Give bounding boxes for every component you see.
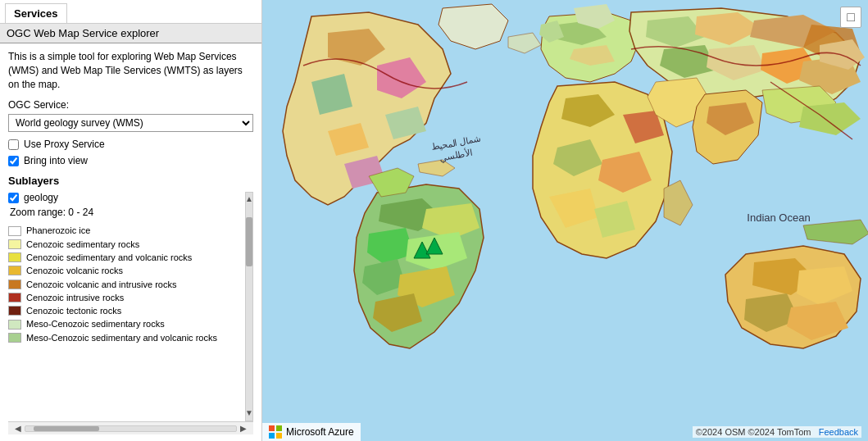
service-select[interactable]: World geology survey (WMS) OpenStreetMap… bbox=[8, 114, 253, 132]
h-scroll-track[interactable] bbox=[25, 425, 237, 432]
legend-label: Cenozoic sedimentary rocks bbox=[26, 239, 139, 250]
use-proxy-row: Use Proxy Service bbox=[8, 139, 253, 150]
legend-list: Phanerozoic iceCenozoic sedimentary rock… bbox=[8, 225, 243, 343]
legend-swatch bbox=[8, 266, 21, 275]
legend-label: Meso-Cenozoic sedimentary and volcanic r… bbox=[26, 332, 217, 343]
sublayer-list-container[interactable]: geology Zoom range: 0 - 24 Phanerozoic i… bbox=[8, 192, 245, 421]
sublayer-panel: geology Zoom range: 0 - 24 Phanerozoic i… bbox=[8, 192, 253, 421]
service-select-row: World geology survey (WMS) OpenStreetMap… bbox=[8, 114, 253, 132]
map-attribution: ©2024 OSM ©2024 TomTom Feedback bbox=[693, 426, 861, 438]
zoom-icon: □ bbox=[847, 10, 855, 25]
h-scroll-thumb[interactable] bbox=[34, 426, 99, 431]
legend-item: Cenozoic intrusive rocks bbox=[8, 292, 243, 303]
scroll-left-arrow[interactable]: ◀ bbox=[11, 424, 25, 433]
attribution-text: ©2024 OSM ©2024 TomTom bbox=[696, 427, 811, 437]
legend-label: Phanerozoic ice bbox=[26, 225, 90, 236]
tab-bar: Services bbox=[0, 0, 261, 24]
use-proxy-checkbox[interactable] bbox=[8, 139, 19, 150]
legend-swatch bbox=[8, 293, 21, 302]
legend-item: Meso-Cenozoic sedimentary and volcanic r… bbox=[8, 332, 243, 343]
ms-azure-bar: Microsoft Azure bbox=[262, 423, 361, 441]
legend-swatch bbox=[8, 280, 21, 289]
map-container[interactable]: شمال المحيط الأطلسي Indian Ocean □ Micro… bbox=[262, 0, 868, 441]
legend-swatch bbox=[8, 239, 21, 249]
bring-into-view-checkbox[interactable] bbox=[8, 156, 19, 166]
legend-swatch bbox=[8, 306, 21, 316]
zoom-button[interactable]: □ bbox=[840, 7, 861, 28]
tab-services[interactable]: Services bbox=[5, 3, 67, 23]
ms-azure-label: Microsoft Azure bbox=[286, 426, 354, 438]
legend-item: Cenozoic tectonic rocks bbox=[8, 305, 243, 316]
sublayers-header: Sublayers bbox=[8, 175, 253, 187]
sidebar-content: This is a simple tool for exploring Web … bbox=[0, 43, 261, 441]
feedback-link[interactable]: Feedback bbox=[819, 427, 858, 437]
bring-into-view-label[interactable]: Bring into view bbox=[24, 155, 88, 166]
legend-item: Cenozoic sedimentary and volcanic rocks bbox=[8, 252, 243, 263]
sublayer-item: geology bbox=[8, 192, 243, 203]
svg-rect-8 bbox=[269, 433, 275, 439]
vertical-scrollbar[interactable]: ▲ ▼ bbox=[245, 192, 253, 421]
sidebar-title: OGC Web Map Service explorer bbox=[7, 27, 159, 39]
legend-swatch bbox=[8, 226, 21, 236]
zoom-range: Zoom range: 0 - 24 bbox=[10, 207, 243, 218]
legend-label: Cenozoic sedimentary and volcanic rocks bbox=[26, 252, 192, 263]
sublayer-checkbox[interactable] bbox=[8, 193, 19, 203]
svg-text:Indian Ocean: Indian Ocean bbox=[747, 211, 810, 224]
legend-item: Cenozoic volcanic and intrusive rocks bbox=[8, 279, 243, 290]
bring-into-view-row: Bring into view bbox=[8, 155, 253, 166]
service-label: OGC Service: bbox=[8, 99, 253, 111]
legend-label: Cenozoic tectonic rocks bbox=[26, 305, 121, 316]
map-svg: شمال المحيط الأطلسي Indian Ocean bbox=[262, 0, 868, 441]
horizontal-scrollbar[interactable]: ◀ ▶ bbox=[8, 421, 253, 434]
sidebar-description: This is a simple tool for exploring Web … bbox=[8, 50, 253, 91]
sidebar-header: OGC Web Map Service explorer bbox=[0, 24, 261, 43]
scroll-thumb[interactable] bbox=[246, 217, 252, 266]
svg-rect-9 bbox=[276, 433, 282, 439]
svg-rect-7 bbox=[276, 425, 282, 431]
legend-item: Meso-Cenozoic sedimentary rocks bbox=[8, 318, 243, 330]
legend-label: Cenozoic volcanic rocks bbox=[26, 265, 123, 276]
legend-label: Cenozoic volcanic and intrusive rocks bbox=[26, 279, 176, 290]
scroll-up-arrow[interactable]: ▲ bbox=[243, 193, 253, 205]
legend-label: Cenozoic intrusive rocks bbox=[26, 292, 124, 303]
sublayer-name: geology bbox=[24, 192, 58, 203]
legend-swatch bbox=[8, 320, 21, 330]
use-proxy-label[interactable]: Use Proxy Service bbox=[24, 139, 105, 150]
legend-swatch bbox=[8, 252, 21, 262]
legend-item: Phanerozoic ice bbox=[8, 225, 243, 236]
legend-label: Meso-Cenozoic sedimentary rocks bbox=[26, 318, 165, 330]
ms-logo-icon bbox=[269, 425, 282, 439]
svg-rect-6 bbox=[269, 425, 275, 431]
legend-item: Cenozoic volcanic rocks bbox=[8, 265, 243, 276]
legend-swatch bbox=[8, 333, 21, 343]
scroll-right-arrow[interactable]: ▶ bbox=[237, 424, 250, 433]
legend-item: Cenozoic sedimentary rocks bbox=[8, 239, 243, 250]
scroll-down-arrow[interactable]: ▼ bbox=[243, 407, 253, 419]
